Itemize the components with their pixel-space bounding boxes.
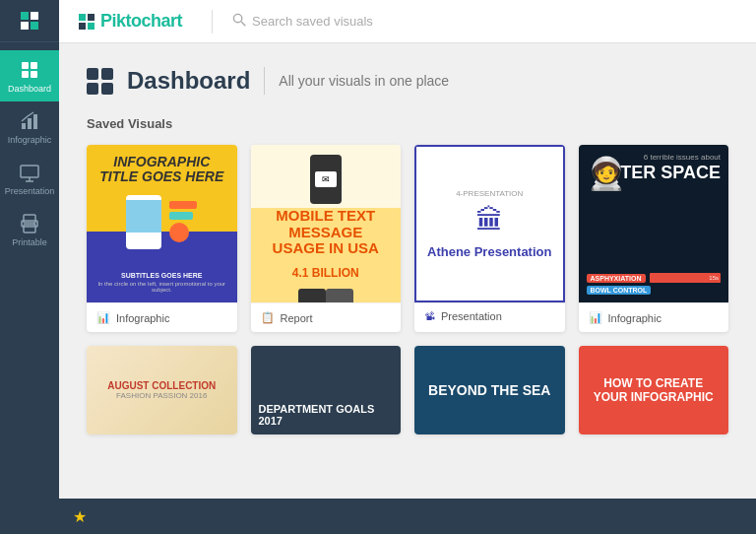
printable-icon	[20, 214, 39, 234]
sidebar-item-printable[interactable]: Printable	[0, 204, 59, 255]
svg-rect-3	[31, 71, 37, 78]
svg-rect-5	[28, 118, 32, 129]
presentation-icon	[20, 163, 39, 182]
card-type-label-2: Report	[281, 312, 313, 324]
svg-rect-2	[22, 71, 29, 78]
visual-card-2[interactable]: ✉ MOBILE TEXT MESSAGE USAGE IN USA 4.1 B…	[251, 145, 402, 332]
visual-card-3[interactable]: 4-PRESENTATION 🏛 Athene Presentation 📽 P…	[414, 145, 565, 332]
logo-grid	[21, 12, 38, 30]
page-header-divider	[264, 67, 265, 95]
svg-point-14	[233, 14, 241, 22]
logo-cell	[21, 22, 29, 30]
search-input[interactable]	[252, 14, 449, 29]
thumb-subtitle-1: SUBTITLES GOES HERE	[96, 272, 227, 279]
card-type-label-1: Infographic	[116, 312, 169, 324]
visual-card-4[interactable]: 6 terrible issues about OUTER SPACE 🧑‍🚀 …	[579, 145, 729, 332]
sidebar-item-label: Infographic	[8, 135, 52, 145]
thumb-icon-3: 🏛	[475, 204, 503, 236]
report-type-icon: 📋	[261, 311, 275, 324]
brand-cell	[79, 23, 86, 30]
card-thumb-3: 4-PRESENTATION 🏛 Athene Presentation	[414, 145, 565, 302]
sidebar-item-label: Dashboard	[8, 84, 51, 94]
card-title-6: DEPARTMENT GOALS 2017	[259, 403, 394, 427]
sidebar: Dashboard Infographic Presentation	[0, 0, 59, 534]
thumb-title-2: MOBILE TEXT MESSAGE USAGE IN USA	[261, 208, 392, 257]
search-icon	[232, 13, 246, 31]
logo-cell	[31, 12, 38, 20]
svg-rect-4	[22, 123, 26, 129]
svg-rect-11	[24, 225, 35, 233]
logo-cell	[21, 12, 29, 20]
page-title: Dashboard	[127, 67, 250, 95]
visual-card-6[interactable]: DEPARTMENT GOALS 2017	[251, 346, 402, 434]
brand-name: Piktochart	[100, 11, 182, 32]
card-title-8: HOW TO CREATE YOUR INFOGRAPHIC	[587, 376, 722, 405]
infographic-icon	[20, 111, 39, 131]
main-area: Piktochart Dashboard Al	[59, 0, 756, 534]
star-button[interactable]: ★	[73, 507, 87, 526]
card-footer-3: 📽 Presentation	[414, 302, 565, 329]
card-footer-2: 📋 Report	[251, 302, 402, 332]
thumb-label-3: 4-PRESENTATION	[456, 189, 523, 198]
svg-rect-6	[33, 114, 37, 129]
svg-point-13	[33, 223, 35, 225]
visual-card-7[interactable]: BEYOND THE SEA	[414, 346, 565, 434]
thumb-title-3: Athene Presentation	[427, 244, 551, 259]
page-subtitle: All your visuals in one place	[279, 73, 449, 89]
visual-card-8[interactable]: HOW TO CREATE YOUR INFOGRAPHIC	[579, 346, 729, 434]
card-footer-4: 📊 Infographic	[579, 302, 729, 332]
brand-cell	[88, 14, 94, 21]
visuals-grid-row2: AUGUST COLLECTION FASHION PASSION 2016 D…	[87, 346, 728, 434]
topbar: Piktochart	[59, 0, 756, 43]
section-label: Saved Visuals	[87, 116, 728, 131]
card-thumb-8: HOW TO CREATE YOUR INFOGRAPHIC	[579, 346, 729, 434]
sidebar-item-label: Presentation	[5, 186, 55, 196]
sidebar-nav: Dashboard Infographic Presentation	[0, 50, 59, 255]
sidebar-item-infographic[interactable]: Infographic	[0, 101, 59, 153]
thumb-stat-2: 4.1 BILLION	[286, 264, 365, 282]
search-bar	[232, 13, 736, 31]
svg-line-15	[241, 22, 245, 26]
page-header-icon	[87, 68, 113, 95]
card-type-label-4: Infographic	[608, 312, 662, 324]
sidebar-item-presentation[interactable]: Presentation	[0, 153, 59, 204]
card-thumb-2: ✉ MOBILE TEXT MESSAGE USAGE IN USA 4.1 B…	[251, 145, 402, 302]
brand-logo	[79, 14, 94, 30]
visuals-grid-row1: INFOGRAPHIC TITLE GOES HERE SUBTITLES GO…	[87, 145, 728, 332]
presentation-type-icon: 📽	[424, 310, 435, 322]
svg-rect-10	[24, 215, 35, 223]
bottom-bar: ★	[59, 499, 756, 534]
brand-cell	[79, 14, 86, 21]
dashboard-icon	[20, 60, 39, 80]
svg-rect-0	[22, 62, 29, 69]
card-type-label-3: Presentation	[441, 310, 502, 322]
infographic-type-icon-4: 📊	[589, 311, 602, 324]
topbar-brand: Piktochart	[79, 11, 182, 32]
sidebar-logo	[0, 0, 59, 42]
sidebar-item-label: Printable	[12, 237, 47, 247]
card-thumb-1: INFOGRAPHIC TITLE GOES HERE SUBTITLES GO…	[87, 145, 237, 302]
logo-cell	[31, 22, 38, 30]
visual-card-1[interactable]: INFOGRAPHIC TITLE GOES HERE SUBTITLES GO…	[87, 145, 237, 332]
card-title-7: BEYOND THE SEA	[428, 382, 550, 399]
svg-rect-1	[31, 62, 37, 69]
card-thumb-4: 6 terrible issues about OUTER SPACE 🧑‍🚀 …	[579, 145, 729, 302]
page-header: Dashboard All your visuals in one place	[87, 67, 728, 95]
card-thumb-5: AUGUST COLLECTION FASHION PASSION 2016	[87, 346, 237, 434]
content-area: Dashboard All your visuals in one place …	[59, 43, 756, 499]
svg-rect-7	[21, 166, 38, 177]
topbar-divider	[212, 10, 213, 33]
infographic-type-icon: 📊	[96, 311, 110, 324]
visual-card-5[interactable]: AUGUST COLLECTION FASHION PASSION 2016	[87, 346, 237, 434]
card-thumb-7: BEYOND THE SEA	[414, 346, 565, 434]
card-thumb-6: DEPARTMENT GOALS 2017	[251, 346, 402, 434]
thumb-title-1: INFOGRAPHIC TITLE GOES HERE	[96, 155, 227, 185]
card-footer-1: 📊 Infographic	[87, 302, 237, 332]
brand-cell	[88, 23, 94, 30]
sidebar-item-dashboard[interactable]: Dashboard	[0, 50, 59, 101]
card-subtitle-5: FASHION PASSION 2016	[116, 391, 207, 400]
